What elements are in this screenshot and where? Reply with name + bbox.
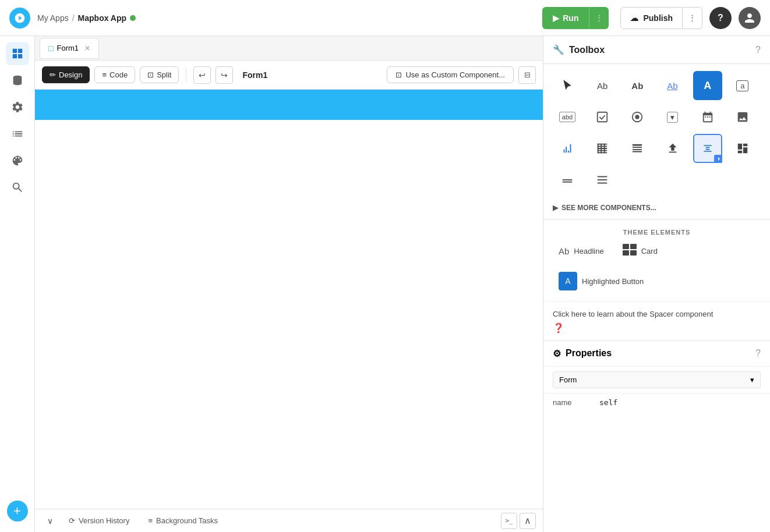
- design-mode-button[interactable]: ✏ Design: [42, 66, 90, 83]
- theme-item-headline[interactable]: Ab Headline: [553, 243, 610, 260]
- component-checkbox[interactable]: [588, 102, 617, 132]
- component-spacer[interactable]: [693, 134, 722, 163]
- theme-item-highlighted-button[interactable]: A Highlighted Button: [553, 268, 649, 294]
- theme-section: THEME ELEMENTS Ab Headline Card A Highli…: [543, 219, 770, 301]
- sidebar-item-settings[interactable]: [6, 95, 29, 119]
- properties-help-icon[interactable]: ?: [755, 348, 761, 359]
- toolbox-header: 🔧 Toolbox ?: [543, 36, 770, 64]
- component-table-list[interactable]: [623, 134, 652, 163]
- tab-close-icon[interactable]: ✕: [84, 44, 90, 52]
- user-button[interactable]: [739, 7, 761, 29]
- background-tasks-tab[interactable]: ≡ Background Tasks: [140, 513, 226, 529]
- component-chart[interactable]: [553, 134, 582, 163]
- custom-component-button[interactable]: ⊡ Use as Custom Component...: [387, 66, 514, 83]
- expand-button[interactable]: ∧: [520, 513, 536, 529]
- svg-rect-6: [633, 149, 642, 150]
- headline-text-icon: Ab: [559, 246, 569, 256]
- component-calendar[interactable]: [693, 102, 722, 132]
- theme-items: Ab Headline Card A Highlighted Button: [553, 240, 761, 294]
- publish-more-button[interactable]: ⋮: [683, 7, 702, 29]
- component-cursor[interactable]: [553, 71, 582, 100]
- layout-toggle-button[interactable]: ⊟: [518, 66, 536, 84]
- properties-sliders-icon: ⚙: [553, 348, 561, 359]
- version-history-label: Version History: [79, 516, 129, 525]
- split-mode-button[interactable]: ⊡ Split: [140, 66, 179, 83]
- component-button-outline[interactable]: a: [728, 71, 757, 100]
- terminal-button[interactable]: >_: [501, 513, 517, 529]
- svg-rect-10: [598, 176, 607, 178]
- background-tasks-label: Background Tasks: [156, 516, 218, 525]
- component-table-grid[interactable]: [588, 134, 617, 163]
- info-help-icon[interactable]: ❓: [553, 322, 761, 334]
- component-text-bold[interactable]: Ab: [623, 71, 652, 100]
- split-label: Split: [157, 70, 171, 79]
- sidebar-item-pages[interactable]: [6, 42, 29, 65]
- component-radio[interactable]: [623, 102, 652, 132]
- toolbox-title: 🔧 Toolbox: [553, 44, 605, 55]
- form-selector[interactable]: Form ▾: [553, 371, 761, 388]
- my-apps-link[interactable]: My Apps: [37, 13, 69, 23]
- redo-button[interactable]: ↪: [216, 66, 233, 84]
- layout-icon: ⊟: [524, 70, 531, 79]
- properties-title-text: Properties: [566, 348, 612, 359]
- app-name: Mapbox App: [78, 13, 126, 23]
- component-select[interactable]: ▾: [658, 102, 687, 132]
- svg-rect-1: [598, 112, 607, 122]
- tab-form1-label: Form1: [56, 44, 79, 52]
- publish-button[interactable]: ☁ Publish: [620, 7, 683, 29]
- sidebar-item-database[interactable]: [6, 69, 29, 92]
- version-history-icon: ⟳: [69, 516, 75, 525]
- publish-button-group: ☁ Publish ⋮: [620, 7, 702, 29]
- run-more-button[interactable]: ⋮: [589, 7, 609, 29]
- main-layout: + □ Form1 ✕ ✏ Design ≡ Code ⊡ Split: [0, 36, 770, 532]
- component-upload[interactable]: [658, 134, 687, 163]
- sidebar-item-search[interactable]: [6, 176, 29, 199]
- svg-rect-5: [633, 147, 642, 148]
- sidebar-item-list[interactable]: [6, 122, 29, 146]
- form-title: Form1: [242, 70, 267, 80]
- run-button-group: ▶ Run ⋮: [542, 7, 609, 29]
- version-history-tab[interactable]: ⟳ Version History: [61, 513, 137, 529]
- top-nav: My Apps / Mapbox App ▶ Run ⋮ ☁ Publish ⋮…: [0, 0, 770, 36]
- component-dashboard[interactable]: [728, 134, 757, 163]
- see-more-components[interactable]: ▶ SEE MORE COMPONENTS...: [543, 201, 770, 219]
- card-label: Card: [641, 247, 658, 256]
- expand-icon: ∧: [524, 515, 531, 526]
- sidebar-item-theme[interactable]: [6, 149, 29, 172]
- component-grid: Ab Ab Ab A a abd: [543, 64, 770, 201]
- component-footer2[interactable]: [588, 165, 617, 194]
- code-mode-button[interactable]: ≡ Code: [94, 66, 135, 83]
- see-more-label: SEE MORE COMPONENTS...: [561, 204, 656, 212]
- split-icon: ⊡: [147, 70, 154, 79]
- name-property-value: self: [599, 398, 617, 407]
- help-button[interactable]: ?: [709, 7, 732, 29]
- app-logo[interactable]: [9, 8, 30, 29]
- toolbox-help-icon[interactable]: ?: [755, 45, 761, 55]
- publish-label: Publish: [643, 13, 673, 23]
- svg-rect-4: [633, 144, 642, 146]
- tab-form1[interactable]: □ Form1 ✕: [40, 38, 99, 59]
- undo-button[interactable]: ↩: [193, 66, 211, 84]
- component-text-normal[interactable]: Ab: [588, 71, 617, 100]
- bottom-bar: ∨ ⟳ Version History ≡ Background Tasks >…: [35, 509, 543, 532]
- component-button-filled[interactable]: A: [693, 71, 722, 100]
- svg-rect-7: [633, 151, 642, 152]
- code-label: Code: [110, 70, 128, 79]
- svg-rect-15: [623, 250, 629, 256]
- name-property-row: name self: [543, 393, 770, 412]
- spacer-info-text[interactable]: Click here to learn about the Spacer com…: [553, 308, 761, 320]
- component-input[interactable]: abd: [553, 102, 582, 132]
- canvas-area[interactable]: [35, 90, 543, 509]
- svg-rect-16: [630, 250, 637, 256]
- card-icon: [623, 244, 637, 258]
- collapse-button[interactable]: ∨: [42, 513, 58, 529]
- component-footer1[interactable]: [553, 165, 582, 194]
- run-button[interactable]: ▶ Run: [542, 7, 589, 29]
- terminal-icon: >_: [505, 517, 513, 524]
- add-button[interactable]: +: [7, 501, 28, 522]
- component-text-link[interactable]: Ab: [658, 71, 687, 100]
- theme-label: THEME ELEMENTS: [553, 224, 761, 240]
- run-play-icon: ▶: [553, 13, 559, 23]
- theme-item-card[interactable]: Card: [617, 240, 663, 261]
- component-image[interactable]: [728, 102, 757, 132]
